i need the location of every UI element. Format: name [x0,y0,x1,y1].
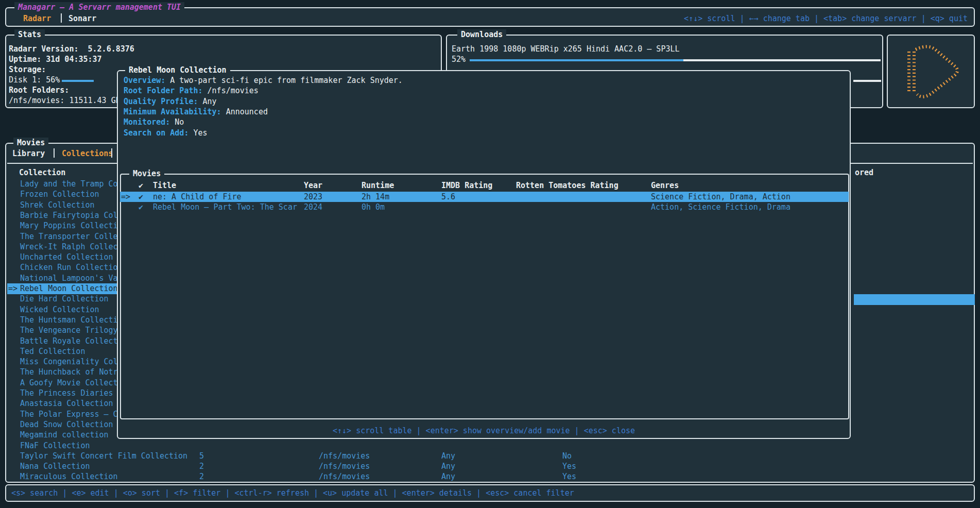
collection-name: Frozen Collection [20,189,99,199]
collection-name: The Vengeance Trilogy [20,325,118,335]
uptime: Uptime: 31d 04:35:37 [9,54,102,64]
collection-name: Chicken Run Collectio [20,262,118,273]
collection-name: The Transporter Colle [20,231,118,242]
modal-fields: Overview: A two-part sci-fi epic from fi… [124,75,845,142]
collection-row[interactable]: FNaF Collection [7,441,974,451]
collection-cell: 2 [199,471,204,482]
field-label: Root Folder Path: [124,86,203,95]
stats-title: Stats [14,29,45,40]
collection-name: Battle Royale Collect [20,336,118,346]
radarr-version: Radarr Version: 5.2.6.8376 [9,44,134,54]
movies-tab-divider-2 [111,148,112,158]
collection-name: The Princess Diaries [20,388,113,398]
movies-panel-title: Movies [13,138,48,148]
collection-name: Die Hard Collection [20,294,109,304]
field-value: Announced [221,107,268,116]
collection-cell: 5 [199,451,204,461]
collection-name: Wreck-It Ralph Collec [20,242,118,252]
header-imdb-rating: IMDB Rating [441,180,492,191]
header-title: Title [153,180,176,191]
collection-row[interactable]: Taylor Swift Concert Film Collection5/nf… [7,451,974,462]
download-gauge [470,59,881,61]
collection-name: Nana Collection [20,461,90,471]
collection-cell: Any [441,461,455,471]
modal-field: Monitored: No [124,117,184,127]
header-check-icon: ✔ [139,180,143,191]
field-label: Monitored: [124,117,170,127]
tab-sonarr[interactable]: Sonarr [68,13,96,24]
selected-pointer: => [8,283,18,294]
collection-name: Megamind collection [20,430,109,440]
field-value: A two-part sci-fi epic from filmmaker Za… [165,76,403,85]
movie-runtime: 0h 0m [362,202,385,212]
modal-field: Overview: A two-part sci-fi epic from fi… [124,75,403,86]
collection-name: Miss Congeniality Col [20,357,118,367]
collection-cell: 2 [199,461,204,471]
field-label: Search on Add: [124,128,188,138]
collection-name: Wicked Collection [20,304,99,315]
collection-name: The Huntsman Collecti [20,315,118,325]
field-label: Minimum Availability: [124,107,221,116]
download-gauge-fill [470,59,683,61]
modal-field: Quality Profile: Any [124,96,217,107]
tab-collections[interactable]: Collections [62,148,113,159]
collection-name: Lady and the Tramp Co [20,179,118,189]
selected-pointer: => [121,192,130,202]
modal-movies-body[interactable]: =>✔ne: A Child of Fire20232h 14m5.6Scien… [120,192,849,408]
storage-label: Storage: [9,64,46,75]
collection-column-header: Collection [19,167,65,178]
collection-name: Barbie Fairytopia Col [20,210,118,221]
collection-cell: /nfs/movies [319,461,370,471]
collection-name: National Lampoon's Va [20,273,118,283]
collection-name: Anastasia Collection [20,398,113,409]
collection-name: Rebel Moon Collection [20,283,118,294]
field-value: Yes [188,128,207,138]
collection-cell: Yes [562,471,576,482]
modal-movies-title: Movies [129,168,164,179]
disk-usage-label: Disk 1: 56% [9,75,60,85]
movie-title: ne: A Child of Fire [153,192,242,202]
collection-row[interactable]: Nana Collection2/nfs/moviesAnyYes [7,461,974,472]
collection-row[interactable]: Miraculous Collection2/nfs/moviesAnyYes [7,471,974,482]
download-percent-label: 52% [452,54,466,64]
tab-library[interactable]: Library [12,148,45,159]
movie-runtime: 2h 14m [362,192,389,202]
top-bar: Managarr – A Servarr management TUI Rada… [5,7,975,27]
modal-title: Rebel Moon Collection [125,65,230,75]
modal-field: Search on Add: Yes [124,128,208,138]
movie-year: 2024 [304,202,322,212]
tab-divider [61,13,62,23]
root-folder-size: /nfs/movies: 11511.43 GB [9,95,121,106]
movie-title: Rebel Moon – Part Two: The Scar [153,202,297,212]
field-label: Overview: [124,76,165,85]
managarr-logo-icon [897,43,965,100]
field-value: No [170,117,184,127]
monitored-check-icon: ✔ [139,202,143,212]
collection-name: Ted Collection [20,346,85,357]
modal-field: Minimum Availability: Announced [124,107,268,117]
collection-name: Dead Snow Collection [20,419,113,430]
movie-row[interactable]: ✔Rebel Moon – Part Two: The Scar20240h 0… [120,202,849,212]
movie-row[interactable]: =>✔ne: A Child of Fire20232h 14m5.6Scien… [120,192,849,202]
modal-help-text: <↑↓> scroll table | <enter> show overvie… [118,426,850,436]
collection-cell: /nfs/movies [319,451,370,461]
download-item-name: Earth 1998 1080p WEBRip x265 Hindi AAC2.… [452,44,680,54]
collection-name: Taylor Swift Concert Film Collection [20,451,187,461]
collection-cell: Yes [562,461,576,471]
collection-name: A Goofy Movie Collect [20,378,118,388]
tab-radarr[interactable]: Radarr [23,13,51,24]
movie-genres: Science Fiction, Drama, Action [651,192,790,202]
header-rotten-tomatoes-rating: Rotten Tomatoes Rating [516,180,618,191]
monitored-check-icon: ✔ [139,192,143,202]
field-label: Quality Profile: [124,97,198,106]
modal-field: Root Folder Path: /nfs/movies [124,86,259,96]
field-value: Any [198,97,217,106]
collection-row[interactable]: =>Rebel Moon Collection [7,283,118,294]
root-folders-label: Root Folders: [9,85,69,95]
header-year: Year [304,180,322,191]
downloads-title: Downloads [457,29,506,40]
monitored-column-header-fragment: ored [855,167,873,178]
field-value: /nfs/movies [203,86,259,95]
collection-name: FNaF Collection [20,441,90,451]
bottom-help-text: <s> search | <e> edit | <o> sort | <f> f… [11,488,574,498]
